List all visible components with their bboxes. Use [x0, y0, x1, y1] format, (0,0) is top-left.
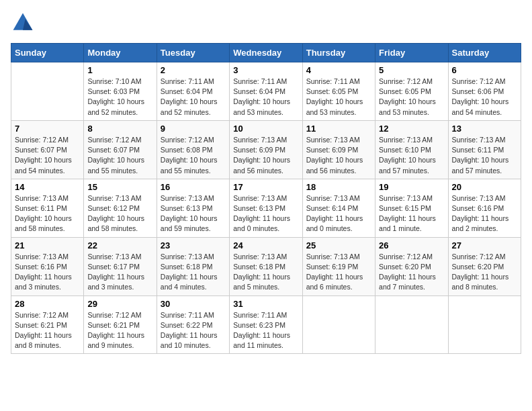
- day-info: Sunrise: 7:13 AMSunset: 6:11 PMDaylight:…: [452, 135, 517, 176]
- day-of-week-row: SundayMondayTuesdayWednesdayThursdayFrid…: [11, 44, 521, 62]
- day-info: Sunrise: 7:12 AMSunset: 6:05 PMDaylight:…: [379, 77, 444, 118]
- dow-header-sunday: Sunday: [11, 44, 84, 62]
- day-info: Sunrise: 7:13 AMSunset: 6:17 PMDaylight:…: [87, 252, 152, 293]
- day-number: 17: [233, 182, 298, 192]
- dow-header-wednesday: Wednesday: [230, 44, 302, 62]
- calendar-day-15: 15Sunrise: 7:13 AMSunset: 6:12 PMDayligh…: [84, 179, 157, 237]
- day-number: 22: [87, 240, 152, 250]
- calendar-day-24: 24Sunrise: 7:13 AMSunset: 6:18 PMDayligh…: [230, 237, 302, 295]
- day-info: Sunrise: 7:12 AMSunset: 6:21 PMDaylight:…: [87, 310, 152, 351]
- calendar-day-26: 26Sunrise: 7:12 AMSunset: 6:20 PMDayligh…: [375, 237, 448, 295]
- day-info: Sunrise: 7:13 AMSunset: 6:15 PMDaylight:…: [379, 193, 444, 234]
- calendar-day-7: 7Sunrise: 7:12 AMSunset: 6:07 PMDaylight…: [11, 120, 84, 179]
- calendar-day-19: 19Sunrise: 7:13 AMSunset: 6:15 PMDayligh…: [375, 179, 448, 237]
- day-info: Sunrise: 7:13 AMSunset: 6:12 PMDaylight:…: [87, 193, 152, 234]
- calendar-day-6: 6Sunrise: 7:12 AMSunset: 6:06 PMDaylight…: [448, 62, 521, 121]
- day-info: Sunrise: 7:12 AMSunset: 6:07 PMDaylight:…: [15, 135, 80, 176]
- day-info: Sunrise: 7:11 AMSunset: 6:04 PMDaylight:…: [161, 77, 226, 118]
- calendar-day-14: 14Sunrise: 7:13 AMSunset: 6:11 PMDayligh…: [11, 179, 84, 237]
- day-info: Sunrise: 7:12 AMSunset: 6:20 PMDaylight:…: [379, 252, 444, 293]
- day-info: Sunrise: 7:11 AMSunset: 6:22 PMDaylight:…: [161, 310, 226, 351]
- calendar-day-5: 5Sunrise: 7:12 AMSunset: 6:05 PMDaylight…: [375, 62, 448, 121]
- day-number: 9: [161, 124, 226, 134]
- day-number: 27: [452, 240, 517, 250]
- day-info: Sunrise: 7:13 AMSunset: 6:14 PMDaylight:…: [306, 193, 371, 234]
- day-number: 10: [233, 124, 298, 134]
- day-info: Sunrise: 7:13 AMSunset: 6:09 PMDaylight:…: [306, 135, 371, 176]
- day-number: 14: [15, 182, 80, 192]
- day-number: 20: [452, 182, 517, 192]
- calendar-day-23: 23Sunrise: 7:13 AMSunset: 6:18 PMDayligh…: [157, 237, 229, 295]
- day-info: Sunrise: 7:13 AMSunset: 6:13 PMDaylight:…: [233, 193, 298, 234]
- day-info: Sunrise: 7:13 AMSunset: 6:18 PMDaylight:…: [233, 252, 298, 293]
- calendar-day-31: 31Sunrise: 7:11 AMSunset: 6:23 PMDayligh…: [230, 295, 302, 354]
- day-info: Sunrise: 7:11 AMSunset: 6:04 PMDaylight:…: [233, 77, 298, 118]
- calendar-day-21: 21Sunrise: 7:13 AMSunset: 6:16 PMDayligh…: [11, 237, 84, 295]
- day-number: 3: [233, 65, 298, 75]
- day-info: Sunrise: 7:12 AMSunset: 6:07 PMDaylight:…: [87, 135, 152, 176]
- day-number: 25: [306, 240, 371, 250]
- dow-header-thursday: Thursday: [302, 44, 375, 62]
- day-info: Sunrise: 7:13 AMSunset: 6:16 PMDaylight:…: [452, 193, 517, 234]
- empty-cell: [448, 295, 521, 354]
- calendar-day-13: 13Sunrise: 7:13 AMSunset: 6:11 PMDayligh…: [448, 120, 521, 179]
- calendar-body: 1Sunrise: 7:10 AMSunset: 6:03 PMDaylight…: [11, 62, 521, 354]
- calendar-day-28: 28Sunrise: 7:12 AMSunset: 6:21 PMDayligh…: [11, 295, 84, 354]
- calendar-day-22: 22Sunrise: 7:13 AMSunset: 6:17 PMDayligh…: [84, 237, 157, 295]
- day-info: Sunrise: 7:11 AMSunset: 6:05 PMDaylight:…: [306, 77, 371, 118]
- day-number: 2: [161, 65, 226, 75]
- calendar-week-4: 21Sunrise: 7:13 AMSunset: 6:16 PMDayligh…: [11, 237, 521, 295]
- day-info: Sunrise: 7:13 AMSunset: 6:10 PMDaylight:…: [379, 135, 444, 176]
- calendar-day-17: 17Sunrise: 7:13 AMSunset: 6:13 PMDayligh…: [230, 179, 302, 237]
- day-number: 5: [379, 65, 444, 75]
- day-info: Sunrise: 7:13 AMSunset: 6:18 PMDaylight:…: [161, 252, 226, 293]
- calendar-day-10: 10Sunrise: 7:13 AMSunset: 6:09 PMDayligh…: [230, 120, 302, 179]
- day-number: 21: [15, 240, 80, 250]
- day-number: 28: [15, 299, 80, 309]
- day-number: 1: [87, 65, 152, 75]
- day-number: 8: [87, 124, 152, 134]
- calendar-day-11: 11Sunrise: 7:13 AMSunset: 6:09 PMDayligh…: [302, 120, 375, 179]
- day-number: 11: [306, 124, 371, 134]
- calendar-day-1: 1Sunrise: 7:10 AMSunset: 6:03 PMDaylight…: [84, 62, 157, 121]
- calendar-day-8: 8Sunrise: 7:12 AMSunset: 6:07 PMDaylight…: [84, 120, 157, 179]
- calendar-week-2: 7Sunrise: 7:12 AMSunset: 6:07 PMDaylight…: [11, 120, 521, 179]
- day-info: Sunrise: 7:12 AMSunset: 6:08 PMDaylight:…: [161, 135, 226, 176]
- dow-header-friday: Friday: [375, 44, 448, 62]
- calendar-day-20: 20Sunrise: 7:13 AMSunset: 6:16 PMDayligh…: [448, 179, 521, 237]
- day-number: 19: [379, 182, 444, 192]
- day-number: 26: [379, 240, 444, 250]
- calendar-day-25: 25Sunrise: 7:13 AMSunset: 6:19 PMDayligh…: [302, 237, 375, 295]
- day-number: 29: [87, 299, 152, 309]
- calendar-day-9: 9Sunrise: 7:12 AMSunset: 6:08 PMDaylight…: [157, 120, 229, 179]
- empty-cell: [11, 62, 84, 121]
- calendar-day-30: 30Sunrise: 7:11 AMSunset: 6:22 PMDayligh…: [157, 295, 229, 354]
- day-info: Sunrise: 7:12 AMSunset: 6:20 PMDaylight:…: [452, 252, 517, 293]
- calendar-week-1: 1Sunrise: 7:10 AMSunset: 6:03 PMDaylight…: [11, 62, 521, 121]
- day-info: Sunrise: 7:10 AMSunset: 6:03 PMDaylight:…: [87, 77, 152, 118]
- logo-icon: [11, 11, 35, 35]
- day-number: 13: [452, 124, 517, 134]
- dow-header-saturday: Saturday: [448, 44, 521, 62]
- day-info: Sunrise: 7:12 AMSunset: 6:21 PMDaylight:…: [15, 310, 80, 351]
- day-number: 4: [306, 65, 371, 75]
- calendar-day-2: 2Sunrise: 7:11 AMSunset: 6:04 PMDaylight…: [157, 62, 229, 121]
- empty-cell: [375, 295, 448, 354]
- calendar-day-4: 4Sunrise: 7:11 AMSunset: 6:05 PMDaylight…: [302, 62, 375, 121]
- calendar-day-3: 3Sunrise: 7:11 AMSunset: 6:04 PMDaylight…: [230, 62, 302, 121]
- day-info: Sunrise: 7:13 AMSunset: 6:16 PMDaylight:…: [15, 252, 80, 293]
- page-header: [11, 11, 521, 35]
- day-info: Sunrise: 7:13 AMSunset: 6:19 PMDaylight:…: [306, 252, 371, 293]
- empty-cell: [302, 295, 375, 354]
- day-number: 7: [15, 124, 80, 134]
- day-number: 30: [161, 299, 226, 309]
- calendar-day-18: 18Sunrise: 7:13 AMSunset: 6:14 PMDayligh…: [302, 179, 375, 237]
- day-number: 15: [87, 182, 152, 192]
- calendar-table: SundayMondayTuesdayWednesdayThursdayFrid…: [11, 43, 521, 354]
- logo: [11, 11, 38, 35]
- day-number: 24: [233, 240, 298, 250]
- dow-header-tuesday: Tuesday: [157, 44, 229, 62]
- calendar-day-29: 29Sunrise: 7:12 AMSunset: 6:21 PMDayligh…: [84, 295, 157, 354]
- day-number: 23: [161, 240, 226, 250]
- day-info: Sunrise: 7:11 AMSunset: 6:23 PMDaylight:…: [233, 310, 298, 351]
